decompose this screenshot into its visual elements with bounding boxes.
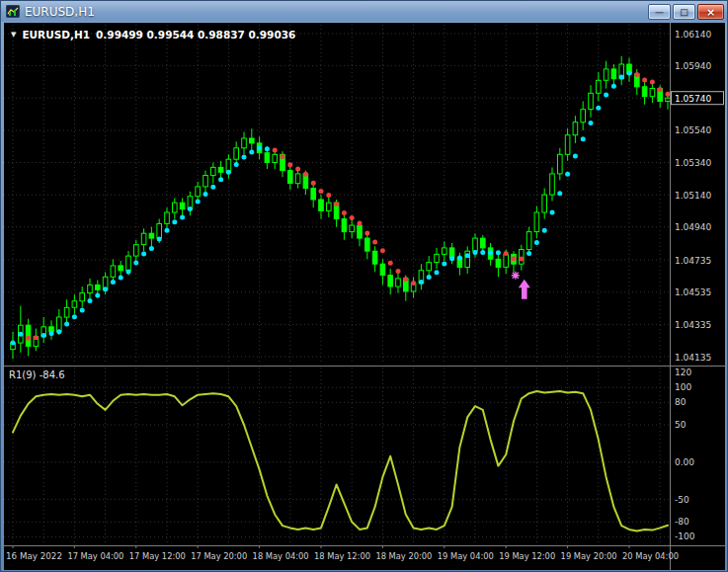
- chart-canvas[interactable]: 1.061401.059401.057401.055401.053401.051…: [4, 23, 725, 570]
- candle-body: [242, 138, 247, 148]
- indicator-scale-label: 0.00: [675, 457, 694, 467]
- candle-body: [311, 189, 316, 200]
- price-scale-label: 1.04335: [675, 320, 711, 330]
- candle-body: [504, 254, 509, 267]
- trend-dot-down: [666, 92, 671, 97]
- trend-dot-down: [319, 189, 324, 194]
- trend-dot-up: [56, 329, 61, 334]
- candle-body: [96, 285, 101, 289]
- candle-body: [427, 263, 432, 271]
- time-label: 17 May 04:00: [67, 551, 123, 561]
- indicator-scale-label: -80: [675, 517, 689, 527]
- trend-dot-up: [111, 280, 116, 285]
- candle-body: [573, 123, 578, 135]
- maximize-button[interactable]: □: [673, 4, 695, 20]
- trend-dot-down: [273, 148, 278, 153]
- price-scale-label: 1.04735: [675, 256, 711, 266]
- candle-body: [642, 87, 647, 97]
- trend-dot-down: [334, 202, 339, 206]
- time-label: 18 May 04:00: [253, 551, 309, 561]
- candle-body: [88, 285, 93, 292]
- candle-body: [157, 223, 162, 238]
- candle-body: [141, 233, 146, 244]
- trend-dot-up: [442, 261, 446, 266]
- candle-body: [666, 98, 671, 101]
- candle-body: [288, 171, 293, 184]
- candle-body: [165, 212, 170, 223]
- trend-dot-up: [581, 136, 586, 141]
- trend-dot-up: [242, 154, 247, 159]
- candle-body: [526, 232, 531, 250]
- candle-body: [134, 245, 139, 256]
- trend-dot-up: [550, 210, 555, 215]
- window-titlebar[interactable]: EURUSD,H1 — □ ×: [1, 1, 727, 22]
- trend-dot-down: [519, 257, 524, 262]
- trend-dot-up: [180, 214, 185, 219]
- trend-dot-up: [18, 332, 23, 337]
- candle-body: [435, 254, 440, 262]
- price-scale-label: 1.04940: [675, 222, 711, 232]
- price-scale-label: 1.05340: [675, 158, 711, 168]
- candle-body: [196, 187, 201, 197]
- trend-dot-up: [119, 275, 123, 280]
- trend-dot-down: [34, 335, 39, 340]
- candle-body: [295, 174, 300, 184]
- trend-dot-up: [473, 250, 478, 255]
- price-scale-label: 1.04535: [675, 287, 711, 297]
- trend-dot-down: [26, 336, 31, 341]
- time-label: 17 May 20:00: [191, 551, 247, 561]
- trend-dot-down: [287, 162, 292, 167]
- indicator-scale-label: -50: [675, 495, 689, 505]
- candle-body: [396, 279, 401, 286]
- indicator-scale[interactable]: 12010080500.00-50-80-100: [675, 368, 695, 541]
- candle-body: [149, 233, 154, 238]
- trend-dot-down: [342, 210, 347, 215]
- candle-body: [534, 212, 539, 232]
- candle-body: [203, 176, 208, 187]
- trend-dot-up: [480, 250, 485, 255]
- candle-body: [218, 167, 223, 172]
- candle-body: [604, 69, 608, 80]
- candle-body: [481, 238, 486, 248]
- time-scale[interactable]: 16 May 202217 May 04:0017 May 12:0017 Ma…: [6, 545, 679, 561]
- signal-star-icon: [512, 272, 520, 280]
- candle-body: [250, 138, 255, 143]
- trend-dot-up: [226, 170, 231, 175]
- candlesticks: [11, 56, 671, 360]
- candle-body: [380, 264, 385, 275]
- price-scale[interactable]: 1.061401.059401.057401.055401.053401.051…: [672, 30, 724, 363]
- trend-dot-up: [72, 314, 77, 319]
- trend-dot-up: [203, 192, 208, 197]
- candle-body: [372, 251, 377, 264]
- candle-body: [64, 307, 69, 317]
- indicator-scale-label: 50: [675, 420, 687, 430]
- trend-dot-series: [11, 71, 671, 346]
- trend-dot-up: [496, 250, 501, 255]
- trend-dot-up: [41, 333, 46, 338]
- candle-body: [650, 89, 655, 97]
- candle-body: [558, 154, 563, 174]
- time-label: 18 May 20:00: [375, 551, 432, 561]
- candle-body: [365, 238, 370, 251]
- trend-dot-down: [411, 281, 416, 286]
- trend-dot-down: [642, 78, 647, 83]
- time-label: 20 May 04:00: [622, 551, 679, 561]
- candle-body: [550, 174, 555, 195]
- trend-dot-up: [488, 250, 493, 255]
- trend-dot-up: [435, 270, 440, 275]
- trend-dot-up: [196, 199, 201, 204]
- trend-dot-up: [619, 75, 624, 80]
- trend-dot-up: [172, 219, 177, 224]
- candle-body: [319, 200, 324, 210]
- indicator-scale-label: 80: [675, 397, 687, 407]
- trend-dot-down: [512, 256, 517, 261]
- trend-dot-up: [449, 256, 454, 261]
- minimize-button[interactable]: —: [648, 4, 671, 20]
- trend-dot-up: [565, 172, 570, 177]
- close-button[interactable]: ×: [697, 4, 724, 20]
- trend-dot-up: [88, 298, 93, 303]
- trend-dot-up: [589, 121, 594, 125]
- candle-body: [496, 259, 501, 267]
- candle-body: [473, 238, 478, 251]
- trend-dot-down: [350, 215, 355, 220]
